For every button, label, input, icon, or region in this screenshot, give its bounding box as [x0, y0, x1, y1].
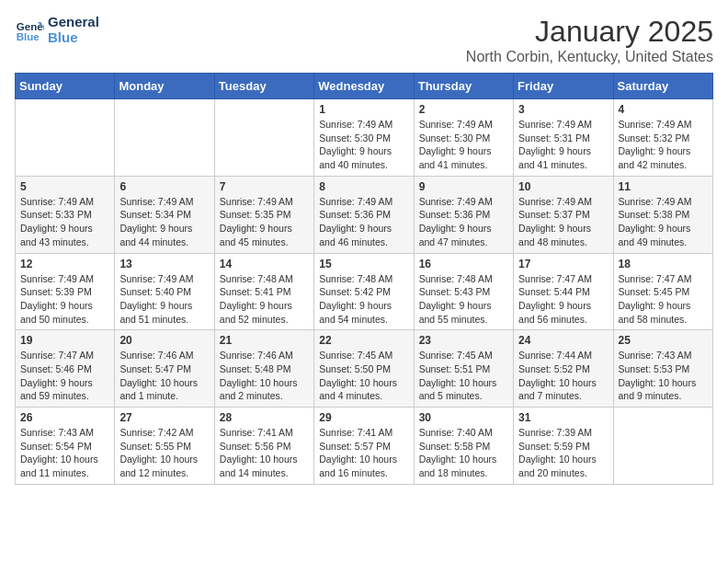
calendar-cell: 2Sunrise: 7:49 AMSunset: 5:30 PMDaylight…	[414, 99, 513, 177]
weekday-header-row: SundayMondayTuesdayWednesdayThursdayFrid…	[16, 74, 713, 99]
calendar-cell: 26Sunrise: 7:43 AMSunset: 5:54 PMDayligh…	[16, 408, 115, 485]
calendar-cell: 5Sunrise: 7:49 AMSunset: 5:33 PMDaylight…	[16, 176, 115, 253]
calendar-cell: 9Sunrise: 7:49 AMSunset: 5:36 PMDaylight…	[414, 176, 513, 253]
day-number: 5	[20, 180, 109, 193]
day-number: 25	[619, 334, 708, 347]
calendar-cell: 8Sunrise: 7:49 AMSunset: 5:36 PMDaylight…	[314, 176, 414, 253]
weekday-header-wednesday: Wednesday	[314, 74, 414, 99]
calendar-cell	[613, 408, 712, 485]
day-number: 4	[619, 103, 708, 116]
svg-text:Blue: Blue	[17, 30, 40, 41]
day-number: 12	[20, 258, 109, 270]
calendar-cell: 27Sunrise: 7:42 AMSunset: 5:55 PMDayligh…	[115, 408, 214, 485]
calendar-cell	[214, 99, 313, 177]
day-number: 16	[419, 258, 508, 270]
day-number: 10	[518, 180, 608, 193]
calendar-cell: 23Sunrise: 7:45 AMSunset: 5:51 PMDayligh…	[414, 330, 513, 408]
logo-icon: General Blue	[15, 16, 44, 45]
calendar-table: SundayMondayTuesdayWednesdayThursdayFrid…	[15, 73, 713, 485]
calendar-cell: 21Sunrise: 7:46 AMSunset: 5:48 PMDayligh…	[214, 330, 313, 408]
calendar-cell: 3Sunrise: 7:49 AMSunset: 5:31 PMDaylight…	[514, 99, 613, 177]
calendar-cell: 4Sunrise: 7:49 AMSunset: 5:32 PMDaylight…	[613, 99, 712, 177]
calendar-cell: 7Sunrise: 7:49 AMSunset: 5:35 PMDaylight…	[214, 176, 313, 253]
month-title: January 2025	[466, 15, 713, 49]
weekday-header-sunday: Sunday	[16, 74, 115, 99]
calendar-cell: 24Sunrise: 7:44 AMSunset: 5:52 PMDayligh…	[514, 330, 613, 408]
day-number: 22	[319, 334, 408, 347]
title-block: January 2025 North Corbin, Kentucky, Uni…	[466, 15, 713, 65]
day-info: Sunrise: 7:47 AMSunset: 5:46 PMDaylight:…	[20, 349, 109, 403]
day-info: Sunrise: 7:48 AMSunset: 5:43 PMDaylight:…	[419, 272, 508, 327]
day-info: Sunrise: 7:49 AMSunset: 5:40 PMDaylight:…	[119, 272, 209, 327]
day-number: 11	[619, 180, 708, 193]
day-number: 2	[419, 103, 508, 116]
weekday-header-saturday: Saturday	[613, 74, 712, 99]
day-number: 27	[119, 411, 209, 424]
day-number: 17	[518, 258, 608, 270]
day-number: 7	[220, 180, 309, 193]
day-info: Sunrise: 7:49 AMSunset: 5:30 PMDaylight:…	[319, 118, 408, 172]
day-info: Sunrise: 7:48 AMSunset: 5:42 PMDaylight:…	[319, 272, 408, 327]
location-title: North Corbin, Kentucky, United States	[466, 49, 713, 65]
day-info: Sunrise: 7:46 AMSunset: 5:48 PMDaylight:…	[220, 349, 309, 403]
calendar-cell: 1Sunrise: 7:49 AMSunset: 5:30 PMDaylight…	[314, 99, 414, 177]
day-info: Sunrise: 7:46 AMSunset: 5:47 PMDaylight:…	[119, 349, 209, 403]
day-number: 20	[119, 334, 209, 347]
day-info: Sunrise: 7:49 AMSunset: 5:36 PMDaylight:…	[319, 195, 408, 249]
calendar-cell: 14Sunrise: 7:48 AMSunset: 5:41 PMDayligh…	[214, 253, 313, 330]
day-info: Sunrise: 7:49 AMSunset: 5:39 PMDaylight:…	[20, 272, 109, 327]
day-number: 1	[319, 103, 408, 116]
day-number: 15	[319, 258, 408, 270]
logo-line1: General	[48, 15, 99, 30]
day-number: 9	[419, 180, 508, 193]
day-info: Sunrise: 7:49 AMSunset: 5:31 PMDaylight:…	[518, 118, 608, 172]
day-info: Sunrise: 7:43 AMSunset: 5:53 PMDaylight:…	[619, 349, 708, 403]
day-info: Sunrise: 7:49 AMSunset: 5:32 PMDaylight:…	[619, 118, 708, 172]
calendar-cell: 19Sunrise: 7:47 AMSunset: 5:46 PMDayligh…	[16, 330, 115, 408]
calendar-cell: 29Sunrise: 7:41 AMSunset: 5:57 PMDayligh…	[314, 408, 414, 485]
day-number: 19	[20, 334, 109, 347]
calendar-cell: 17Sunrise: 7:47 AMSunset: 5:44 PMDayligh…	[514, 253, 613, 330]
calendar-cell: 25Sunrise: 7:43 AMSunset: 5:53 PMDayligh…	[613, 330, 712, 408]
page-header: General Blue General Blue January 2025 N…	[15, 15, 713, 65]
day-info: Sunrise: 7:49 AMSunset: 5:35 PMDaylight:…	[220, 195, 309, 249]
calendar-week-3: 12Sunrise: 7:49 AMSunset: 5:39 PMDayligh…	[16, 253, 713, 330]
calendar-cell: 20Sunrise: 7:46 AMSunset: 5:47 PMDayligh…	[115, 330, 214, 408]
day-info: Sunrise: 7:41 AMSunset: 5:57 PMDaylight:…	[319, 426, 408, 480]
day-info: Sunrise: 7:44 AMSunset: 5:52 PMDaylight:…	[518, 349, 608, 403]
day-info: Sunrise: 7:48 AMSunset: 5:41 PMDaylight:…	[220, 272, 309, 327]
calendar-cell: 16Sunrise: 7:48 AMSunset: 5:43 PMDayligh…	[414, 253, 513, 330]
calendar-cell: 12Sunrise: 7:49 AMSunset: 5:39 PMDayligh…	[16, 253, 115, 330]
day-number: 8	[319, 180, 408, 193]
calendar-cell: 31Sunrise: 7:39 AMSunset: 5:59 PMDayligh…	[514, 408, 613, 485]
day-info: Sunrise: 7:40 AMSunset: 5:58 PMDaylight:…	[419, 426, 508, 480]
day-info: Sunrise: 7:39 AMSunset: 5:59 PMDaylight:…	[518, 426, 608, 480]
day-number: 29	[319, 411, 408, 424]
calendar-cell: 30Sunrise: 7:40 AMSunset: 5:58 PMDayligh…	[414, 408, 513, 485]
calendar-week-4: 19Sunrise: 7:47 AMSunset: 5:46 PMDayligh…	[16, 330, 713, 408]
calendar-cell	[115, 99, 214, 177]
day-number: 6	[119, 180, 209, 193]
day-info: Sunrise: 7:47 AMSunset: 5:45 PMDaylight:…	[619, 272, 708, 327]
calendar-week-2: 5Sunrise: 7:49 AMSunset: 5:33 PMDaylight…	[16, 176, 713, 253]
calendar-week-5: 26Sunrise: 7:43 AMSunset: 5:54 PMDayligh…	[16, 408, 713, 485]
day-info: Sunrise: 7:41 AMSunset: 5:56 PMDaylight:…	[220, 426, 309, 480]
day-number: 18	[619, 258, 708, 270]
weekday-header-friday: Friday	[514, 74, 613, 99]
day-number: 30	[419, 411, 508, 424]
weekday-header-monday: Monday	[115, 74, 214, 99]
day-number: 14	[220, 258, 309, 270]
calendar-cell: 11Sunrise: 7:49 AMSunset: 5:38 PMDayligh…	[613, 176, 712, 253]
calendar-cell	[16, 99, 115, 177]
day-number: 21	[220, 334, 309, 347]
logo-line2: Blue	[48, 30, 99, 46]
day-info: Sunrise: 7:43 AMSunset: 5:54 PMDaylight:…	[20, 426, 109, 480]
calendar-week-1: 1Sunrise: 7:49 AMSunset: 5:30 PMDaylight…	[16, 99, 713, 177]
day-info: Sunrise: 7:49 AMSunset: 5:37 PMDaylight:…	[518, 195, 608, 249]
day-info: Sunrise: 7:49 AMSunset: 5:30 PMDaylight:…	[419, 118, 508, 172]
day-info: Sunrise: 7:47 AMSunset: 5:44 PMDaylight:…	[518, 272, 608, 327]
day-number: 3	[518, 103, 608, 116]
day-info: Sunrise: 7:49 AMSunset: 5:38 PMDaylight:…	[619, 195, 708, 249]
calendar-cell: 6Sunrise: 7:49 AMSunset: 5:34 PMDaylight…	[115, 176, 214, 253]
day-number: 31	[518, 411, 608, 424]
